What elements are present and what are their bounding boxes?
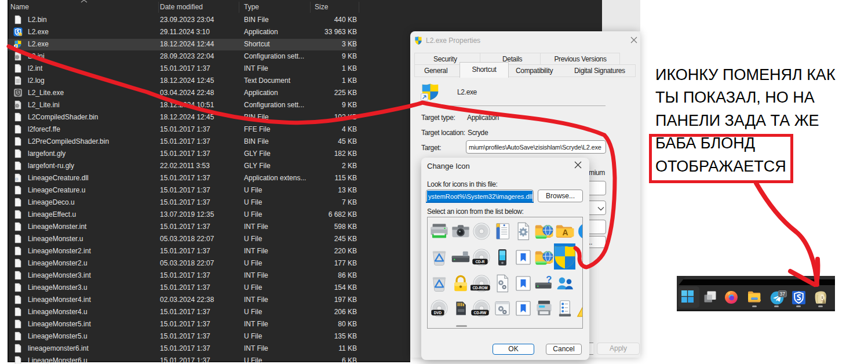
- svg-text:DVD: DVD: [433, 310, 442, 314]
- svg-text:CD-R: CD-R: [475, 259, 484, 263]
- svg-text:?: ?: [546, 274, 552, 284]
- svg-text:A: A: [562, 227, 568, 236]
- svg-text:CD-ROM: CD-ROM: [472, 285, 487, 289]
- svg-text:37: 37: [779, 291, 785, 297]
- svg-text:CD-RW: CD-RW: [473, 310, 486, 314]
